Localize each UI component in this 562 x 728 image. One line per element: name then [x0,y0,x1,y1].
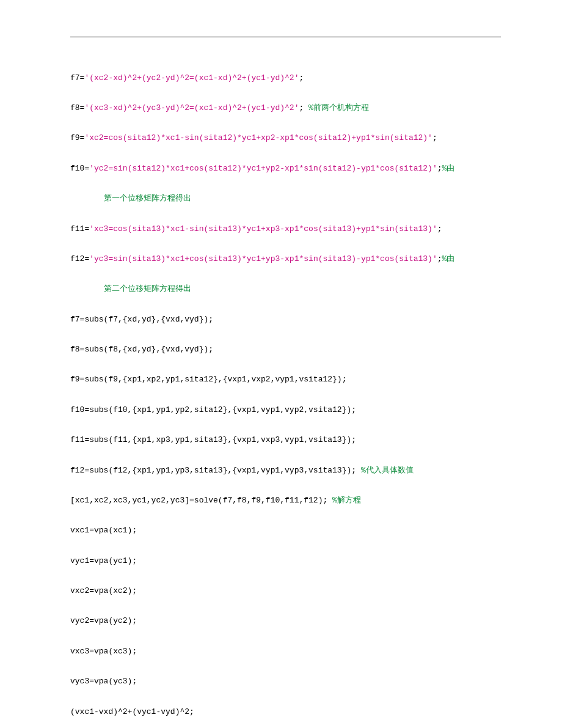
document-page: f7='(xc2-xd)^2+(yc2-yd)^2=(xc1-xd)^2+(yc… [0,0,562,728]
code-block: f7='(xc2-xd)^2+(yc2-yd)^2=(xc1-xd)^2+(yc… [70,56,501,728]
code-line: f8=subs(f8,{xd,yd},{vxd,vyd}); [70,342,501,358]
code-line: f8='(xc3-xd)^2+(yc3-yd)^2=(xc1-xd)^2+(yc… [70,101,501,116]
code-line: f10=subs(f10,{xp1,yp1,yp2,sita12},{vxp1,… [70,403,501,418]
code-line: 第二个位移矩阵方程得出 [70,282,501,297]
code-line: vxc2=vpa(xc2); [70,584,501,599]
header-rule [70,37,501,37]
code-line: f12='yc3=sin(sita13)*xc1+cos(sita13)*yc1… [70,252,501,267]
code-line: [xc1,xc2,xc3,yc1,yc2,yc3]=solve(f7,f8,f9… [70,493,501,509]
code-line: f11='xc3=cos(sita13)*xc1-sin(sita13)*yc1… [70,222,501,237]
code-line: f7='(xc2-xd)^2+(yc2-yd)^2=(xc1-xd)^2+(yc… [70,71,501,86]
code-line: f9=subs(f9,{xp1,xp2,yp1,sita12},{vxp1,vx… [70,372,501,388]
code-line: vyc2=vpa(yc2); [70,614,501,629]
code-line: f10='yc2=sin(sita12)*xc1+cos(sita12)*yc1… [70,161,501,177]
code-line: vxc3=vpa(xc3); [70,644,501,660]
code-line: (vxc1-vxd)^2+(vyc1-vyd)^2; [70,705,501,720]
code-line: f9='xc2=cos(sita12)*xc1-sin(sita12)*yc1+… [70,131,501,146]
code-line: 第一个位移矩阵方程得出 [70,191,501,207]
code-line: vyc3=vpa(yc3); [70,674,501,689]
code-line: vxc1=vpa(xc1); [70,523,501,539]
code-line: f11=subs(f11,{xp1,xp3,yp1,sita13},{vxp1,… [70,433,501,448]
code-line: vyc1=vpa(yc1); [70,554,501,569]
code-line: f12=subs(f12,{xp1,yp1,yp3,sita13},{vxp1,… [70,463,501,479]
code-line: f7=subs(f7,{xd,yd},{vxd,vyd}); [70,312,501,328]
